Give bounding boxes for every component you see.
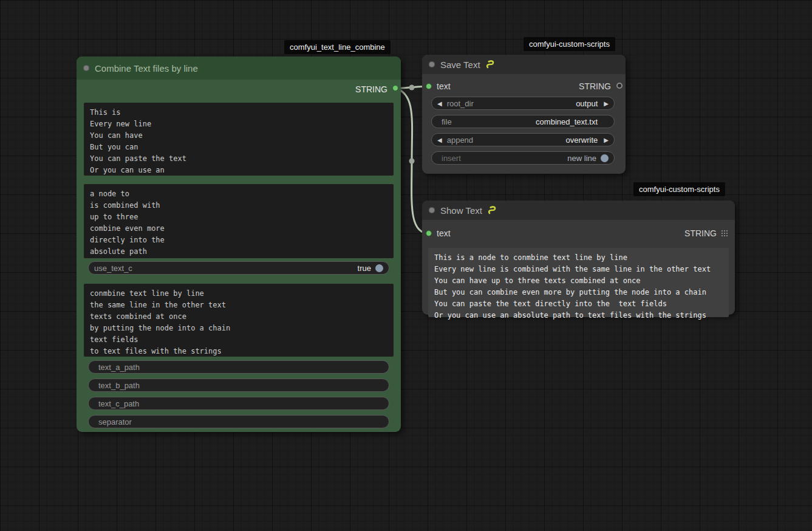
separator-field[interactable]: separator	[88, 415, 389, 428]
widget-value: overwrite	[566, 135, 598, 145]
widget-value: output	[576, 99, 598, 108]
widget-value: new line	[567, 154, 596, 163]
widget-name: file	[442, 117, 452, 126]
text-c-textarea[interactable]: conmbine text line by line the same line…	[84, 284, 394, 357]
file-field[interactable]: file combined_text.txt	[431, 115, 615, 128]
show-text-node[interactable]: Show Text text STRING This is a node to …	[422, 200, 735, 315]
node-title-bar[interactable]: Show Text	[422, 200, 735, 220]
link-midpoint-dot	[409, 159, 415, 164]
output-slot-label: STRING	[355, 84, 387, 94]
node-type-badge: comfyui-custom-scripts	[633, 182, 725, 196]
combo-left-arrow-icon[interactable]: ◀	[437, 137, 442, 143]
comfyui-canvas[interactable]: { "icons": { "combo_left": "◀", "combo_r…	[0, 0, 812, 531]
slot-row: text STRING	[422, 79, 626, 94]
output-slot-label: STRING	[684, 228, 717, 238]
show-text-output[interactable]: This is a node to conmbine text line by …	[428, 248, 729, 317]
root-dir-combo[interactable]: ◀ root_dir output ▶	[431, 97, 615, 110]
output-slot-row: STRING	[77, 82, 401, 97]
widget-value: true	[358, 264, 371, 273]
combine-text-node[interactable]: Combine Text files by line STRING This i…	[77, 57, 401, 432]
widget-name: use_text_c	[94, 264, 132, 273]
toggle-circle-icon[interactable]	[375, 264, 383, 272]
combo-left-arrow-icon[interactable]: ◀	[437, 100, 442, 107]
text-a-path-field[interactable]: text_a_path	[88, 360, 389, 374]
text-c-path-field[interactable]: text_c_path	[88, 397, 389, 410]
widget-name: append	[447, 135, 473, 145]
node-title-bar[interactable]: Combine Text files by line	[77, 57, 401, 80]
python-icon	[486, 60, 496, 69]
output-slot-dot[interactable]	[392, 85, 398, 91]
widget-name: root_dir	[447, 99, 474, 108]
badge-label: comfyui-custom-scripts	[639, 185, 720, 194]
text-b-path-field[interactable]: text_b_path	[88, 379, 389, 392]
node-title: Show Text	[440, 205, 482, 216]
toggle-circle-icon[interactable]	[601, 154, 609, 162]
input-slot-label: text	[437, 81, 451, 91]
output-slot-label-wrap: STRING	[684, 228, 728, 238]
text-b-textarea[interactable]: a node to is combined with up to three c…	[84, 184, 394, 258]
input-slot-dot[interactable]	[426, 230, 432, 236]
widget-name: text_b_path	[98, 381, 140, 390]
combo-right-arrow-icon[interactable]: ▶	[604, 100, 609, 107]
widget-name: insert	[442, 154, 461, 163]
output-slot-dot[interactable]	[616, 83, 623, 89]
save-text-node[interactable]: Save Text text STRING ◀ root_dir output …	[422, 55, 626, 174]
collapse-dot-icon[interactable]	[429, 207, 435, 213]
text-a-textarea[interactable]: This is Every new line You can have But …	[84, 103, 394, 176]
python-icon	[488, 206, 497, 214]
input-slot-dot[interactable]	[426, 83, 432, 89]
use-text-c-toggle[interactable]: use_text_c true	[88, 261, 389, 275]
node-type-badge: comfyui_text_line_combine	[284, 40, 391, 54]
output-slot-label: STRING	[579, 81, 611, 91]
widget-name: text_c_path	[98, 399, 139, 408]
widget-value: combined_text.txt	[536, 117, 598, 126]
link-midpoint-dot	[409, 85, 415, 91]
widget-name: separator	[98, 417, 132, 427]
collapse-dot-icon[interactable]	[83, 65, 89, 71]
input-slot-label: text	[437, 228, 451, 238]
combo-right-arrow-icon[interactable]: ▶	[604, 137, 609, 143]
node-title: Save Text	[440, 60, 480, 70]
widget-name: text_a_path	[98, 363, 140, 372]
badge-label: comfyui_text_line_combine	[290, 43, 385, 52]
badge-label: comfyui-custom-scripts	[529, 39, 610, 49]
slot-row: text STRING	[422, 226, 735, 241]
insert-toggle[interactable]: insert new line	[431, 151, 615, 165]
node-type-badge: comfyui-custom-scripts	[524, 37, 615, 51]
collapse-dot-icon[interactable]	[429, 61, 435, 67]
convert-widget-grid-icon[interactable]	[722, 230, 728, 236]
append-combo[interactable]: ◀ append overwrite ▶	[431, 133, 615, 146]
node-title: Combine Text files by line	[95, 63, 198, 74]
node-title-bar[interactable]: Save Text	[422, 55, 626, 74]
